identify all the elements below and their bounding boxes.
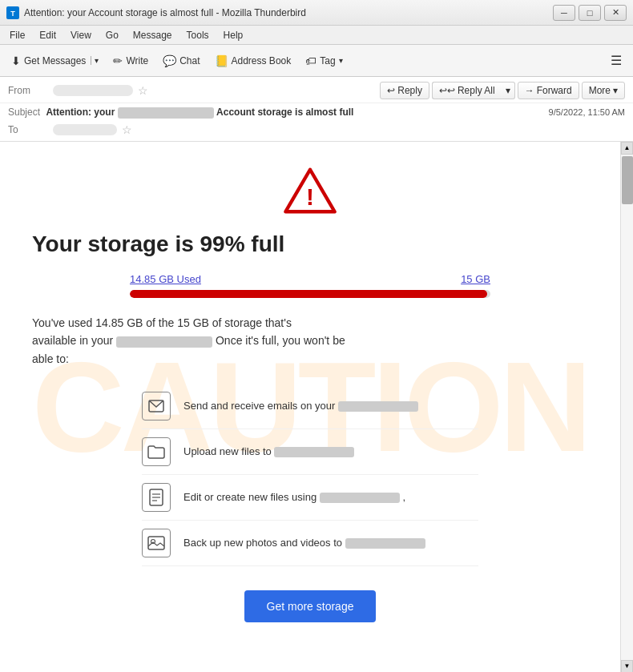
feature-photos: Back up new photos and videos to <box>142 521 478 566</box>
hamburger-menu[interactable]: ☰ <box>604 50 628 71</box>
folder-icon <box>142 437 171 466</box>
subject-row: Subject Attention: your Account storage … <box>0 103 633 122</box>
tag-button[interactable]: 🏷 Tag ▾ <box>299 51 349 70</box>
menu-file[interactable]: File <box>3 28 31 42</box>
reply-button[interactable]: ↩ Reply <box>380 82 429 99</box>
toolbar: ⬇ Get Messages ▾ ✏ Write 💬 Chat 📒 Addres… <box>0 45 633 77</box>
desc-blurred <box>116 336 212 348</box>
feature-upload: Upload new files to <box>142 429 478 475</box>
feature-upload-link <box>274 447 354 457</box>
subject-prefix: Attention: your <box>46 107 117 118</box>
chat-button[interactable]: 💬 Chat <box>156 51 206 70</box>
more-dropdown-arrow: ▾ <box>613 85 618 96</box>
menu-help[interactable]: Help <box>217 28 250 42</box>
feature-email-link <box>338 401 418 412</box>
message-header: From ☆ ↩ Reply ↩↩ Reply All ▾ → Forward <box>0 77 633 142</box>
reply-all-dropdown[interactable]: ▾ <box>502 82 515 99</box>
feature-email-text: Send and receive emails on your <box>183 399 418 413</box>
to-star-icon[interactable]: ☆ <box>122 123 132 136</box>
alert-triangle-icon: ! <box>282 166 338 215</box>
envelope-icon <box>142 392 171 421</box>
write-icon: ✏ <box>113 54 123 67</box>
close-button[interactable]: ✕ <box>604 5 627 21</box>
feature-photos-link <box>345 538 425 549</box>
tag-dropdown-arrow[interactable]: ▾ <box>339 56 343 65</box>
storage-title: Your storage is 99% full <box>32 231 588 257</box>
from-value <box>53 85 133 96</box>
subject-blurred <box>118 107 214 119</box>
menu-tools[interactable]: Tools <box>180 28 216 42</box>
forward-icon: → <box>525 85 534 96</box>
scroll-track-inner <box>621 155 633 660</box>
feature-edit-link <box>320 493 400 503</box>
menu-go[interactable]: Go <box>99 28 125 42</box>
to-row: To ☆ <box>0 122 633 141</box>
reply-all-icon: ↩↩ <box>439 85 455 96</box>
storage-bar-fill <box>130 290 487 298</box>
to-value <box>53 124 117 135</box>
scroll-track: ▲ ▼ <box>620 142 633 672</box>
message-date: 9/5/2022, 11:50 AM <box>549 107 625 117</box>
svg-rect-9 <box>148 537 164 549</box>
scroll-thumb[interactable] <box>622 156 633 204</box>
image-icon <box>142 529 171 557</box>
get-messages-dropdown[interactable]: ▾ <box>91 56 99 65</box>
desc-line1: You've used 14.85 GB of the 15 GB of sto… <box>32 316 292 329</box>
forward-button[interactable]: → Forward <box>518 82 579 99</box>
desc-line2: available in your <box>32 334 113 347</box>
feature-edit-text: Edit or create new files using , <box>183 490 405 505</box>
minimize-button[interactable]: ─ <box>553 5 575 21</box>
email-content: CAUTION ! Your storage is 99% full 14.85… <box>0 142 620 672</box>
title-bar: T Attention: your Account storage is alm… <box>0 0 633 26</box>
main-area: CAUTION ! Your storage is 99% full 14.85… <box>0 142 633 672</box>
menu-edit[interactable]: Edit <box>33 28 62 42</box>
menu-message[interactable]: Message <box>127 28 179 42</box>
svg-text:!: ! <box>306 183 314 209</box>
storage-bar-container: 14.85 GB Used 15 GB <box>130 273 490 298</box>
get-messages-button[interactable]: ⬇ Get Messages ▾ <box>5 51 105 70</box>
feature-email: Send and receive emails on your <box>142 384 478 429</box>
download-icon: ⬇ <box>11 54 21 67</box>
app-icon: T <box>6 6 19 19</box>
subject-label: Subject <box>8 107 40 118</box>
window-title: Attention: your Account storage is almos… <box>24 7 306 18</box>
write-button[interactable]: ✏ Write <box>107 51 155 70</box>
description: You've used 14.85 GB of the 15 GB of sto… <box>32 314 588 368</box>
more-button[interactable]: More ▾ <box>582 82 625 99</box>
reply-icon: ↩ <box>387 85 395 96</box>
address-book-button[interactable]: 📒 Address Book <box>208 51 298 70</box>
scroll-up-button[interactable]: ▲ <box>621 142 633 155</box>
get-more-storage-button[interactable]: Get more storage <box>244 590 377 622</box>
from-label: From <box>8 85 48 96</box>
storage-used-label: 14.85 GB Used <box>130 273 201 285</box>
menu-bar: File Edit View Go Message Tools Help <box>0 26 633 45</box>
feature-upload-text: Upload new files to <box>183 445 354 459</box>
address-book-icon: 📒 <box>215 54 228 67</box>
feature-edit: Edit or create new files using , <box>142 475 478 521</box>
desc-line3: Once it's full, you won't be <box>216 334 345 347</box>
storage-bar-track <box>130 290 490 298</box>
reply-all-split: ↩↩ Reply All ▾ <box>432 82 515 99</box>
document-icon <box>142 483 171 512</box>
maximize-button[interactable]: □ <box>579 5 601 21</box>
subject-suffix: Account storage is almost full <box>216 107 353 118</box>
feature-photos-text: Back up new photos and videos to <box>183 536 425 550</box>
chat-icon: 💬 <box>163 54 176 67</box>
storage-total-label: 15 GB <box>461 273 490 285</box>
to-label: To <box>8 124 48 135</box>
scroll-down-button[interactable]: ▼ <box>621 660 633 672</box>
reply-all-button[interactable]: ↩↩ Reply All <box>432 82 502 99</box>
feature-list: Send and receive emails on your Upload n… <box>142 384 478 566</box>
svg-text:T: T <box>10 10 15 18</box>
cta-section: Get more storage <box>32 590 588 622</box>
star-icon[interactable]: ☆ <box>138 84 148 97</box>
desc-line4: able to: <box>32 352 69 365</box>
tag-icon: 🏷 <box>305 54 316 67</box>
menu-view[interactable]: View <box>64 28 98 42</box>
